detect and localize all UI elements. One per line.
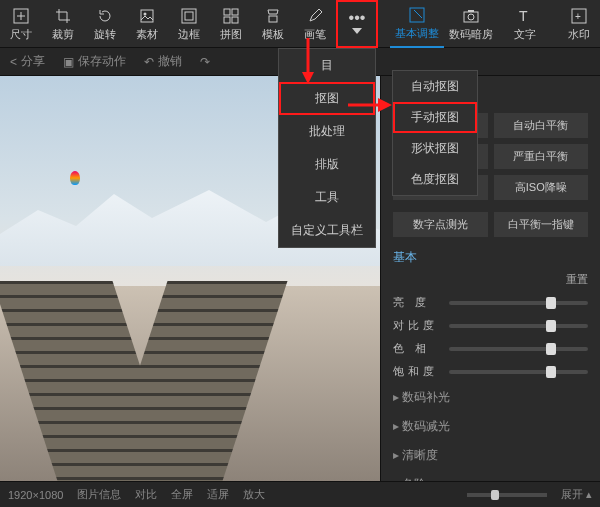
size-icon bbox=[12, 7, 30, 25]
save-action-button[interactable]: ▣保存动作 bbox=[63, 53, 126, 70]
preset-spot-meter[interactable]: 数字点测光 bbox=[393, 212, 488, 237]
slider-track[interactable] bbox=[449, 347, 588, 351]
balloon-graphic bbox=[70, 171, 80, 185]
slider-track[interactable] bbox=[449, 324, 588, 328]
svg-rect-9 bbox=[269, 16, 277, 22]
more-tool[interactable]: ••• bbox=[336, 0, 378, 48]
slider-hue: 色 相 bbox=[381, 337, 600, 360]
text-tab[interactable]: T文字 bbox=[498, 0, 552, 48]
svg-rect-5 bbox=[224, 9, 230, 15]
preset-wb-onekey[interactable]: 白平衡一指键 bbox=[494, 212, 589, 237]
preset-high-iso[interactable]: 高ISO降噪 bbox=[494, 175, 589, 200]
border-icon bbox=[180, 7, 198, 25]
svg-rect-4 bbox=[185, 12, 193, 20]
status-dim: 1920×1080 bbox=[8, 489, 63, 501]
annotation-arrow-2 bbox=[346, 93, 396, 117]
template-tool[interactable]: 模板 bbox=[252, 0, 294, 48]
share-button[interactable]: <分享 bbox=[10, 53, 45, 70]
basic-adjust-label: 基本调整 bbox=[395, 26, 439, 41]
submenu-chroma-cutout[interactable]: 色度抠图 bbox=[393, 164, 477, 195]
rotate-tool[interactable]: 旋转 bbox=[84, 0, 126, 48]
disk-icon: ▣ bbox=[63, 55, 74, 69]
dropdown-item-custom[interactable]: 自定义工具栏 bbox=[279, 214, 375, 247]
share-label: 分享 bbox=[21, 53, 45, 70]
preset-grid-2: 数字点测光 白平衡一指键 bbox=[381, 206, 600, 243]
dropdown-item-tools[interactable]: 工具 bbox=[279, 181, 375, 214]
cutout-submenu: 自动抠图 手动抠图 形状抠图 色度抠图 bbox=[392, 70, 478, 196]
slider-saturation: 饱和度 bbox=[381, 360, 600, 383]
status-info[interactable]: 图片信息 bbox=[77, 487, 121, 502]
section-basic[interactable]: 基本 bbox=[381, 243, 600, 272]
slider-thumb[interactable] bbox=[546, 297, 556, 309]
save-action-label: 保存动作 bbox=[78, 53, 126, 70]
preset-auto-wb[interactable]: 自动白平衡 bbox=[494, 113, 589, 138]
status-fullscreen[interactable]: 全屏 bbox=[171, 487, 193, 502]
undo-label: 撤销 bbox=[158, 53, 182, 70]
slider-label: 色 相 bbox=[393, 341, 441, 356]
svg-rect-7 bbox=[224, 17, 230, 23]
redo-button[interactable]: ↷ bbox=[200, 55, 210, 69]
status-bar: 1920×1080 图片信息 对比 全屏 适屏 放大 展开 ▴ bbox=[0, 481, 600, 507]
triangle-down-icon bbox=[352, 28, 362, 34]
slider-track[interactable] bbox=[449, 370, 588, 374]
text-label: 文字 bbox=[514, 27, 536, 42]
svg-rect-8 bbox=[232, 17, 238, 23]
svg-rect-1 bbox=[141, 10, 153, 22]
status-fit[interactable]: 适屏 bbox=[207, 487, 229, 502]
dropdown-item-layout[interactable]: 排版 bbox=[279, 148, 375, 181]
submenu-manual-cutout[interactable]: 手动抠图 bbox=[393, 102, 477, 133]
crop-label: 裁剪 bbox=[52, 27, 74, 42]
svg-text:+: + bbox=[575, 11, 581, 22]
material-tool[interactable]: 素材 bbox=[126, 0, 168, 48]
annotation-arrow-1 bbox=[300, 36, 330, 91]
template-label: 模板 bbox=[262, 27, 284, 42]
digital-darkroom-tab[interactable]: 数码暗房 bbox=[444, 0, 498, 48]
zoom-slider[interactable] bbox=[467, 493, 547, 497]
material-icon bbox=[138, 7, 156, 25]
more-dots-icon: ••• bbox=[349, 14, 366, 22]
status-compare[interactable]: 对比 bbox=[135, 487, 157, 502]
tool-group-right: 基本调整 数码暗房 T文字 +水印 bbox=[390, 0, 600, 48]
collage-icon bbox=[222, 7, 240, 25]
watermark-label: 水印 bbox=[568, 27, 590, 42]
size-tool[interactable]: 尺寸 bbox=[0, 0, 42, 48]
svg-point-12 bbox=[468, 14, 474, 20]
accordion-fill-light[interactable]: 数码补光 bbox=[381, 383, 600, 412]
brush-icon bbox=[306, 7, 324, 25]
rotate-icon bbox=[96, 7, 114, 25]
basic-adjust-tab[interactable]: 基本调整 bbox=[390, 0, 444, 48]
slider-label: 对比度 bbox=[393, 318, 441, 333]
material-label: 素材 bbox=[136, 27, 158, 42]
slider-thumb[interactable] bbox=[546, 343, 556, 355]
svg-point-2 bbox=[144, 12, 147, 15]
svg-text:T: T bbox=[519, 8, 528, 24]
svg-rect-10 bbox=[410, 8, 424, 22]
crop-icon bbox=[54, 7, 72, 25]
reset-button[interactable]: 重置 bbox=[381, 272, 600, 291]
undo-icon: ↶ bbox=[144, 55, 154, 69]
rotate-label: 旋转 bbox=[94, 27, 116, 42]
undo-button[interactable]: ↶撤销 bbox=[144, 53, 182, 70]
submenu-shape-cutout[interactable]: 形状抠图 bbox=[393, 133, 477, 164]
submenu-auto-cutout[interactable]: 自动抠图 bbox=[393, 71, 477, 102]
zoom-thumb[interactable] bbox=[491, 490, 499, 500]
accordion-clarity[interactable]: 清晰度 bbox=[381, 441, 600, 470]
dropdown-item-batch[interactable]: 批处理 bbox=[279, 115, 375, 148]
border-tool[interactable]: 边框 bbox=[168, 0, 210, 48]
collage-tool[interactable]: 拼图 bbox=[210, 0, 252, 48]
svg-rect-6 bbox=[232, 9, 238, 15]
slider-thumb[interactable] bbox=[546, 320, 556, 332]
darkroom-label: 数码暗房 bbox=[449, 27, 493, 42]
status-expand[interactable]: 展开 ▴ bbox=[561, 487, 592, 502]
preset-severe-wb[interactable]: 严重白平衡 bbox=[494, 144, 589, 169]
slider-thumb[interactable] bbox=[546, 366, 556, 378]
watermark-tab[interactable]: +水印 bbox=[552, 0, 600, 48]
slider-brightness: 亮 度 bbox=[381, 291, 600, 314]
accordion-reduce-light[interactable]: 数码减光 bbox=[381, 412, 600, 441]
slider-track[interactable] bbox=[449, 301, 588, 305]
adjust-icon bbox=[408, 6, 426, 24]
status-enlarge[interactable]: 放大 bbox=[243, 487, 265, 502]
collage-label: 拼图 bbox=[220, 27, 242, 42]
accordion-levels[interactable]: 色阶 bbox=[381, 470, 600, 481]
crop-tool[interactable]: 裁剪 bbox=[42, 0, 84, 48]
